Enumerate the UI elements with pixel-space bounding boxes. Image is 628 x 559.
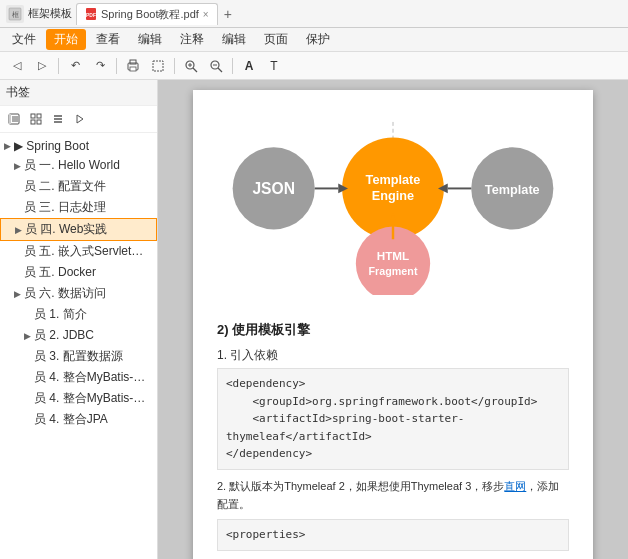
tree-label-12: 员 4. 整合MyBatis-配置版 — [34, 390, 153, 407]
tree-label-2: 员 二. 配置文件 — [24, 178, 153, 195]
sidebar-tools — [0, 106, 157, 133]
tree-item-1[interactable]: ▶ 员 一. Hello World — [0, 155, 157, 176]
tree-label-3: 员 三. 日志处理 — [24, 199, 153, 216]
tab-close-btn[interactable]: × — [203, 9, 209, 20]
sep2 — [116, 58, 117, 74]
section2-title: 2) 使用模板引擎 — [217, 321, 569, 339]
sep1 — [58, 58, 59, 74]
svg-text:HTML: HTML — [377, 249, 410, 262]
tree-label-7: 员 六. 数据访问 — [24, 285, 153, 302]
tree-item-3[interactable]: ▶ 员 三. 日志处理 — [0, 197, 157, 218]
zoom-in-btn[interactable] — [180, 55, 202, 77]
highlight-btn[interactable]: T — [263, 55, 285, 77]
svg-line-9 — [193, 68, 197, 72]
svg-rect-22 — [31, 120, 35, 124]
svg-text:PDF: PDF — [86, 12, 96, 18]
svg-rect-7 — [153, 61, 163, 71]
undo-btn[interactable]: ↶ — [64, 55, 86, 77]
menu-comment[interactable]: 编辑 — [130, 29, 170, 50]
tree-item-9[interactable]: ▶ 员 2. JDBC — [0, 325, 157, 346]
zoom-out-icon — [209, 59, 223, 73]
template-engine-diagram: JSON Template Engine Template — [217, 120, 569, 295]
toolbar: ◁ ▷ ↶ ↷ A T — [0, 52, 628, 80]
tree-item-5[interactable]: ▶ 员 五. 嵌入式Servlet容器 — [0, 241, 157, 262]
sidebar: 书签 — [0, 80, 158, 559]
tree-item-8[interactable]: ▶ 员 1. 简介 — [0, 304, 157, 325]
sidebar-tool-expand[interactable] — [26, 109, 46, 129]
code-block-2: <properties> — [217, 519, 569, 551]
zoom-in-icon — [184, 59, 198, 73]
tree-item-7[interactable]: ▶ 员 六. 数据访问 — [0, 283, 157, 304]
menu-protect[interactable]: 页面 — [256, 29, 296, 50]
svg-rect-19 — [9, 114, 11, 124]
tree-arrow: ▶ — [4, 141, 14, 151]
tab-bar: PDF Spring Boot教程.pdf × + — [76, 0, 236, 27]
tree-item-13[interactable]: ▶ 员 4. 整合JPA — [0, 409, 157, 430]
tree-item-12[interactable]: ▶ 员 4. 整合MyBatis-配置版 — [0, 388, 157, 409]
sidebar-tool-list[interactable] — [4, 109, 24, 129]
new-tab-btn[interactable]: + — [220, 6, 236, 22]
tree-item-2[interactable]: ▶ 员 二. 配置文件 — [0, 176, 157, 197]
tree-arrow-1: ▶ — [14, 161, 24, 171]
svg-text:Fragment: Fragment — [369, 265, 418, 277]
menu-start[interactable]: 开始 — [46, 29, 86, 50]
tree-item-11[interactable]: ▶ 员 4. 整合MyBatis-注解版 — [0, 367, 157, 388]
tree-label-9: 员 2. JDBC — [34, 327, 153, 344]
main-layout: 书签 — [0, 80, 628, 559]
tree-label-1: 员 一. Hello World — [24, 157, 153, 174]
svg-text:Template: Template — [366, 172, 421, 187]
svg-text:Template: Template — [485, 182, 540, 197]
tree-arrow-9: ▶ — [24, 331, 34, 341]
svg-rect-20 — [31, 114, 35, 118]
svg-text:JSON: JSON — [252, 180, 295, 197]
back-btn[interactable]: ◁ — [6, 55, 28, 77]
menu-insert[interactable]: 查看 — [88, 29, 128, 50]
tab-pdf[interactable]: PDF Spring Boot教程.pdf × — [76, 3, 218, 25]
note-text-1: 2. 默认版本为Thymeleaf 2，如果想使用Thymeleaf 3，移步直… — [217, 478, 569, 513]
diagram-section: JSON Template Engine Template — [217, 110, 569, 305]
pdf-icon: PDF — [85, 8, 97, 20]
sidebar-tool-collapse[interactable] — [48, 109, 68, 129]
tree-label-8: 员 1. 简介 — [34, 306, 153, 323]
sidebar-tree: ▶ ▶ Spring Boot ▶ 员 一. Hello World ▶ 员 二… — [0, 133, 157, 559]
forward-btn[interactable]: ▷ — [31, 55, 53, 77]
tree-label-10: 员 3. 配置数据源 — [34, 348, 153, 365]
menu-edit[interactable]: 注释 — [172, 29, 212, 50]
tree-label-11: 员 4. 整合MyBatis-注解版 — [34, 369, 153, 386]
svg-marker-27 — [77, 115, 83, 123]
sidebar-header: 书签 — [0, 80, 157, 106]
menu-file[interactable]: 文件 — [4, 29, 44, 50]
content-area: JSON Template Engine Template — [158, 80, 628, 559]
tree-label: ▶ Spring Boot — [14, 139, 153, 153]
text-btn[interactable]: A — [238, 55, 260, 77]
tree-arrow-7: ▶ — [14, 289, 24, 299]
svg-text:框: 框 — [12, 11, 19, 18]
svg-text:Engine: Engine — [372, 188, 414, 203]
note-link[interactable]: 直网 — [504, 480, 526, 492]
menu-bar: 文件 开始 查看 编辑 注释 编辑 页面 保护 — [0, 28, 628, 52]
tree-item-4[interactable]: ▶ 员 四. Web实践 — [0, 218, 157, 241]
code-block-1: <dependency> <groupId>org.springframewor… — [217, 368, 569, 470]
tree-item-10[interactable]: ▶ 员 3. 配置数据源 — [0, 346, 157, 367]
tree-label-5: 员 五. 嵌入式Servlet容器 — [24, 243, 153, 260]
code-text-1: <dependency> <groupId>org.springframewor… — [226, 377, 537, 460]
zoom-out-btn[interactable] — [205, 55, 227, 77]
tree-item-root[interactable]: ▶ ▶ Spring Boot — [0, 137, 157, 155]
sep3 — [174, 58, 175, 74]
step1-title: 1. 引入依赖 — [217, 347, 569, 364]
redo-btn[interactable]: ↷ — [89, 55, 111, 77]
sidebar-title: 书签 — [6, 84, 30, 101]
svg-rect-21 — [37, 114, 41, 118]
select-btn[interactable] — [147, 55, 169, 77]
tree-item-6[interactable]: ▶ 员 五. Docker — [0, 262, 157, 283]
tree-label-6: 员 五. Docker — [24, 264, 153, 281]
menu-convert[interactable]: 保护 — [298, 29, 338, 50]
select-icon — [151, 59, 165, 73]
tree-label-13: 员 4. 整合JPA — [34, 411, 153, 428]
menu-page[interactable]: 编辑 — [214, 29, 254, 50]
print-btn[interactable] — [122, 55, 144, 77]
app-logo: 框 — [6, 5, 24, 23]
svg-rect-6 — [130, 67, 136, 71]
sidebar-tool-nav[interactable] — [70, 109, 90, 129]
svg-rect-23 — [37, 120, 41, 124]
